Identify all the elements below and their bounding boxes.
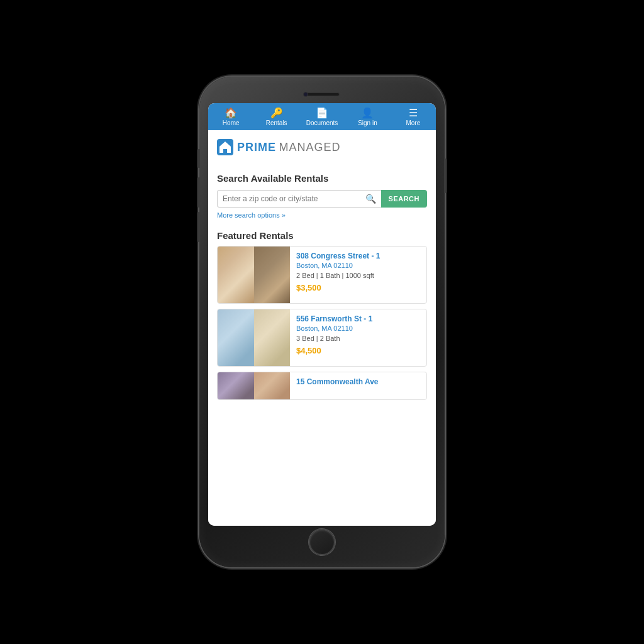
phone-top-bar bbox=[208, 86, 436, 103]
nav-documents[interactable]: 📄 Documents bbox=[299, 103, 345, 130]
listing-img-right-1 bbox=[254, 247, 291, 303]
volume-up-button bbox=[197, 177, 200, 208]
nav-rentals-label: Rentals bbox=[266, 119, 287, 126]
nav-rentals[interactable]: 🔑 Rentals bbox=[253, 103, 299, 130]
more-search-options-link[interactable]: More search options » bbox=[217, 211, 286, 219]
nav-bar: 🏠 Home 🔑 Rentals 📄 Documents 👤 Sign in ☰… bbox=[208, 103, 436, 130]
search-section: Search Available Rentals 🔍 SEARCH More s… bbox=[208, 167, 436, 224]
mute-button bbox=[197, 149, 200, 168]
nav-home[interactable]: 🏠 Home bbox=[208, 103, 253, 130]
listing-city-1: Boston, MA 02110 bbox=[296, 262, 420, 269]
nav-signin-label: Sign in bbox=[358, 119, 377, 126]
listing-img-left-2 bbox=[218, 309, 254, 366]
front-camera bbox=[303, 92, 308, 97]
logo-area: PRIME MANAGED bbox=[208, 130, 436, 159]
listing-city-2: Boston, MA 02110 bbox=[296, 325, 420, 332]
search-button[interactable]: SEARCH bbox=[381, 190, 427, 208]
nav-home-label: Home bbox=[223, 119, 240, 126]
nav-more[interactable]: ☰ More bbox=[391, 103, 436, 130]
documents-icon: 📄 bbox=[316, 108, 328, 118]
featured-title: Featured Rentals bbox=[217, 230, 427, 241]
listing-details-1: 2 Bed | 1 Bath | 1000 sqft bbox=[296, 272, 420, 279]
search-row: 🔍 SEARCH bbox=[217, 190, 427, 208]
listing-info-2: 556 Farnsworth St - 1 Boston, MA 02110 3… bbox=[290, 309, 426, 366]
listing-img-left-3 bbox=[218, 372, 254, 400]
listing-card-2[interactable]: 556 Farnsworth St - 1 Boston, MA 02110 3… bbox=[217, 309, 427, 367]
menu-icon: ☰ bbox=[409, 108, 418, 118]
listing-price-1: $3,500 bbox=[296, 283, 420, 292]
listing-address-2: 556 Farnsworth St - 1 bbox=[296, 314, 420, 323]
search-icon: 🔍 bbox=[365, 194, 376, 204]
phone-frame: 🏠 Home 🔑 Rentals 📄 Documents 👤 Sign in ☰… bbox=[199, 77, 445, 567]
listing-img-3 bbox=[218, 372, 290, 400]
listing-price-2: $4,500 bbox=[296, 346, 420, 355]
user-icon: 👤 bbox=[361, 108, 374, 118]
phone-bottom bbox=[208, 526, 436, 558]
listing-img-right-2 bbox=[254, 309, 291, 366]
logo-icon bbox=[217, 139, 233, 155]
logo-text: PRIME MANAGED bbox=[237, 141, 340, 154]
listing-address-1: 308 Congress Street - 1 bbox=[296, 252, 420, 260]
featured-section: Featured Rentals 308 Congress Street - 1… bbox=[208, 224, 436, 409]
nav-signin[interactable]: 👤 Sign in bbox=[345, 103, 390, 130]
listing-img-right-3 bbox=[254, 372, 291, 400]
rentals-icon: 🔑 bbox=[270, 108, 283, 118]
nav-documents-label: Documents bbox=[306, 119, 338, 126]
search-title: Search Available Rentals bbox=[217, 173, 427, 184]
volume-down-button bbox=[197, 212, 200, 242]
listing-card-1[interactable]: 308 Congress Street - 1 Boston, MA 02110… bbox=[217, 246, 427, 304]
search-input[interactable] bbox=[223, 194, 365, 203]
home-button[interactable] bbox=[309, 529, 335, 555]
listing-card-3[interactable]: 15 Commonwealth Ave bbox=[217, 372, 427, 400]
listing-info-3: 15 Commonwealth Ave bbox=[290, 372, 426, 399]
nav-more-label: More bbox=[406, 119, 420, 126]
listing-address-3: 15 Commonwealth Ave bbox=[296, 377, 420, 386]
search-input-wrap: 🔍 bbox=[217, 190, 381, 208]
listing-img-1 bbox=[218, 247, 290, 303]
listing-img-2 bbox=[218, 309, 290, 366]
home-icon: 🏠 bbox=[225, 108, 237, 118]
earpiece-speaker bbox=[305, 92, 340, 96]
listing-info-1: 308 Congress Street - 1 Boston, MA 02110… bbox=[290, 247, 426, 303]
power-button bbox=[444, 158, 447, 193]
listing-details-2: 3 Bed | 2 Bath bbox=[296, 335, 420, 342]
listing-img-left-1 bbox=[218, 247, 254, 303]
phone-screen: 🏠 Home 🔑 Rentals 📄 Documents 👤 Sign in ☰… bbox=[208, 103, 436, 526]
main-content: PRIME MANAGED Search Available Rentals 🔍… bbox=[208, 130, 436, 526]
